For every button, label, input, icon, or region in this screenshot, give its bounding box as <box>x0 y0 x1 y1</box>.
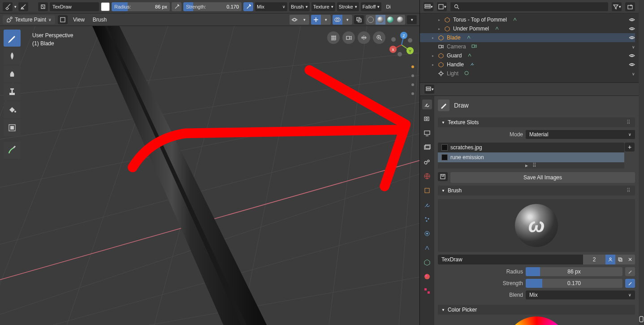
mode-dropdown-prop[interactable]: Material∨ <box>526 130 635 139</box>
outliner-item-blade[interactable]: Blade <box>447 35 461 41</box>
gizmo-toggle[interactable] <box>311 15 321 25</box>
section-color-picker[interactable]: ▼ Color Picker ⠿ <box>438 305 635 315</box>
blend-dropdown-prop[interactable]: Mix∨ <box>526 290 635 299</box>
outliner-filter[interactable]: ▾ <box>612 2 622 11</box>
shading-dropdown-caret[interactable]: ▾ <box>407 15 417 24</box>
brush-link-icon[interactable] <box>38 2 48 11</box>
slot-scratches[interactable]: scratches.jpg <box>438 143 624 152</box>
scroll-handle-icon[interactable] <box>639 316 644 322</box>
shading-solid[interactable] <box>376 15 385 25</box>
brush-duplicate[interactable] <box>615 255 625 264</box>
xray-toggle[interactable] <box>354 15 364 24</box>
modifier-icon[interactable] <box>467 52 473 59</box>
outliner-item-handle[interactable]: Handle <box>447 61 464 68</box>
modifier-icon[interactable] <box>466 35 472 41</box>
tool-clone[interactable] <box>4 83 21 100</box>
outliner-item-torus[interactable]: Torus - Top of Pommel <box>453 17 507 23</box>
viewport-grid-icon[interactable] <box>327 31 340 44</box>
brush-preset-icon[interactable] <box>3 2 13 11</box>
shading-rendered[interactable] <box>395 15 405 25</box>
face-select-toggle[interactable] <box>58 15 68 24</box>
strength-slider[interactable]: 0.170 <box>526 279 622 288</box>
menu-brush-sub[interactable]: Brush <box>90 16 109 24</box>
viewport-camera-icon[interactable] <box>342 31 355 44</box>
tab-modifiers[interactable] <box>422 200 432 210</box>
tab-constraints[interactable] <box>422 243 432 253</box>
outliner-view-mode[interactable]: ▾ <box>437 2 447 11</box>
outliner-search[interactable] <box>450 2 608 11</box>
tab-texture[interactable] <box>422 286 432 296</box>
add-slot-button[interactable]: + <box>625 143 635 152</box>
overlay-dropdown-caret[interactable]: ▾ <box>299 15 309 25</box>
orientation-gizmo[interactable]: X Y Z <box>388 31 415 58</box>
outliner-tree[interactable]: ▸ Torus - Top of Pommel ▸ Under Pommel ▸… <box>420 13 639 82</box>
save-image-icon[interactable] <box>438 172 448 181</box>
strength-pressure-toggle[interactable] <box>243 2 253 11</box>
tab-view-layer[interactable] <box>422 143 432 152</box>
modifier-icon[interactable] <box>494 26 501 32</box>
outliner-item-under-pommel[interactable]: Under Pommel <box>453 26 489 32</box>
gizmo-dropdown-caret[interactable]: ▾ <box>321 15 331 25</box>
brush-name-input[interactable]: TexDraw <box>438 255 583 264</box>
disclosure-icon[interactable]: ▸ <box>431 36 435 40</box>
camera-data-icon[interactable] <box>471 43 478 50</box>
outliner-display-mode[interactable]: ▾ <box>424 2 433 11</box>
menu-brush-popover[interactable]: Brush <box>289 2 310 11</box>
visibility-eye-icon[interactable] <box>629 17 635 23</box>
tool-draw[interactable] <box>4 30 21 47</box>
outliner-item-camera[interactable]: Camera <box>447 43 466 50</box>
tab-physics[interactable] <box>422 229 432 238</box>
blend-mode-dropdown[interactable]: Mix ∨ <box>255 2 287 11</box>
visibility-eye-icon[interactable] <box>629 35 635 41</box>
menu-view[interactable]: View <box>70 16 87 24</box>
section-texture-slots[interactable]: ▼ Texture Slots ⠿ <box>438 117 635 127</box>
modifier-icon[interactable] <box>512 17 519 23</box>
menu-texture-popover[interactable]: Texture <box>311 2 335 11</box>
menu-stroke-popover[interactable]: Stroke <box>337 2 359 11</box>
tab-world[interactable] <box>422 171 432 181</box>
radius-field[interactable]: Radius: 86 px <box>112 2 170 11</box>
brush-name-field[interactable]: TexDraw <box>50 2 99 11</box>
tab-scene[interactable] <box>422 157 432 167</box>
tab-particles[interactable] <box>422 214 432 224</box>
tab-render[interactable] <box>422 114 432 124</box>
properties-content[interactable]: Draw ▼ Texture Slots ⠿ Mode Material∨ <box>434 96 639 325</box>
viewport-pan-icon[interactable] <box>358 31 370 44</box>
tab-data[interactable] <box>422 257 432 267</box>
mode-dropdown[interactable]: Texture Paint ∨ <box>3 15 55 24</box>
color-wheel[interactable] <box>438 316 635 325</box>
overlays-dropdown-caret[interactable]: ▾ <box>342 15 352 25</box>
disclosure-icon[interactable]: ▸ <box>437 18 441 22</box>
brush-unlink[interactable]: ✕ <box>625 255 635 264</box>
menu-falloff-popover[interactable]: Falloff <box>361 2 382 11</box>
brush-preview[interactable]: ω <box>438 199 635 252</box>
tool-smear[interactable] <box>4 65 21 82</box>
slot-rune-emission[interactable]: rune emission <box>438 152 624 162</box>
tab-output[interactable] <box>422 128 432 138</box>
shading-wireframe[interactable] <box>366 15 376 25</box>
section-brush[interactable]: ▼ Brush ⠿ <box>438 186 635 195</box>
color-swatch[interactable] <box>101 2 110 11</box>
shading-material[interactable] <box>385 15 395 25</box>
tool-fill[interactable] <box>4 101 21 118</box>
disclosure-icon[interactable]: ▸ <box>431 63 435 67</box>
strength-field[interactable]: Strength: 0.170 <box>183 2 242 11</box>
menu-display-truncated[interactable]: Di <box>383 3 393 10</box>
tab-active-tool[interactable] <box>422 100 432 109</box>
visibility-eye-icon[interactable] <box>629 61 635 68</box>
tool-soften[interactable] <box>4 48 21 65</box>
brush-preset-caret[interactable]: ▾ <box>14 4 17 9</box>
radius-pressure-prop[interactable] <box>625 267 635 276</box>
strength-pressure-prop[interactable] <box>625 279 635 288</box>
visibility-chevron-icon[interactable]: ∨ <box>632 43 635 50</box>
tool-mask[interactable] <box>4 119 21 136</box>
viewport-zoom-icon[interactable] <box>373 31 385 44</box>
radius-pressure-toggle[interactable] <box>172 2 182 11</box>
radius-slider[interactable]: 86 px <box>526 267 622 276</box>
properties-editor-type[interactable]: ▾ <box>424 85 434 94</box>
brush-users-count[interactable]: 2 <box>583 255 605 264</box>
visibility-chevron-icon[interactable]: ∨ <box>632 70 635 77</box>
outliner-new-collection[interactable] <box>625 2 635 11</box>
overlays-toggle[interactable] <box>333 15 342 25</box>
outliner-item-guard[interactable]: Guard <box>447 52 462 59</box>
